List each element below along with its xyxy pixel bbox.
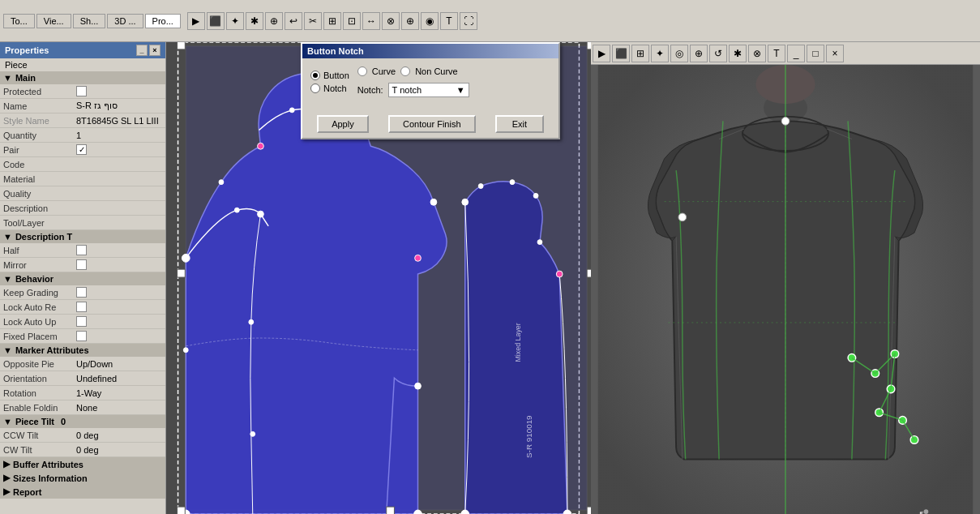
prop-name-label: Name xyxy=(3,101,76,111)
3d-icon-9[interactable]: ⊗ xyxy=(748,45,766,62)
toolbar-icon-stop[interactable]: ⬛ xyxy=(207,12,225,30)
prop-style-name-value: 8T16845G SL L1 LIII xyxy=(76,116,162,126)
section-sizes-expand-icon: ▶ xyxy=(3,473,10,483)
section-piece-tilt-header[interactable]: ▼ Piece Tilt 0 xyxy=(0,415,165,428)
toolbar-icon-8[interactable]: ⊞ xyxy=(323,12,341,30)
prop-lock-auto-up: Lock Auto Up xyxy=(0,315,165,329)
3d-icon-5[interactable]: ◎ xyxy=(670,45,688,62)
tab-3d[interactable]: 3D ... xyxy=(107,14,143,28)
radio-button-circle[interactable] xyxy=(310,71,320,80)
section-report-header[interactable]: ▶ Report xyxy=(0,485,165,499)
3d-icon-2[interactable]: ⬛ xyxy=(612,45,630,62)
prop-quantity: Quantity 1 xyxy=(0,128,165,143)
svg-point-56 xyxy=(910,436,918,444)
svg-point-16 xyxy=(234,208,239,212)
toolbar-icon-13[interactable]: ◉ xyxy=(421,12,439,30)
panel-close-button[interactable]: × xyxy=(149,45,160,56)
prop-ccw-tilt-value[interactable]: 0 deg xyxy=(76,430,162,440)
panel-title-text: Properties xyxy=(5,45,49,55)
panel-minimize-button[interactable]: _ xyxy=(136,45,148,56)
section-description-t-header[interactable]: ▼ Description T xyxy=(0,230,165,243)
apply-button[interactable]: Apply xyxy=(317,115,369,133)
section-main-header[interactable]: ▼ Main xyxy=(0,71,165,84)
section-behavior-header[interactable]: ▼ Behavior xyxy=(0,272,165,285)
prop-half: Half xyxy=(0,243,165,258)
toolbar-icon-play[interactable]: ▶ xyxy=(187,12,205,30)
button-notch-dialog: Button Notch Button Notch xyxy=(301,42,560,139)
prop-fixed-placem-checkbox[interactable] xyxy=(76,331,87,341)
toolbar-icon-9[interactable]: ⊡ xyxy=(343,12,361,30)
prop-lock-auto-up-checkbox[interactable] xyxy=(76,316,87,327)
3d-icon-6[interactable]: ⊕ xyxy=(690,45,708,62)
prop-quantity-value[interactable]: 1 xyxy=(76,131,162,140)
section-main-label: Main xyxy=(15,73,36,83)
toolbar-icon-4[interactable]: ✱ xyxy=(246,12,263,30)
section-sizes-info-header[interactable]: ▶ Sizes Information xyxy=(0,471,165,485)
prop-name-value[interactable]: S-R סוף גז xyxy=(76,101,162,111)
canvas-area[interactable]: S-R 910019 Mixed Layer Button Notch xyxy=(166,42,591,514)
svg-point-14 xyxy=(415,383,422,389)
section-behavior-collapse-icon: ▼ xyxy=(3,274,12,284)
toolbar-icon-10[interactable]: ↔ xyxy=(362,12,380,30)
prop-keep-grading-checkbox[interactable] xyxy=(76,287,87,298)
prop-orientation-value[interactable]: Undefined xyxy=(76,374,162,383)
prop-code: Code xyxy=(0,157,165,172)
prop-half-checkbox[interactable] xyxy=(76,245,87,255)
dialog-radio-button[interactable]: Button xyxy=(310,71,349,80)
prop-ccw-tilt-label: CCW Tilt xyxy=(3,430,76,440)
dialog-overlay: Button Notch Button Notch xyxy=(301,42,560,139)
3d-icon-4[interactable]: ✦ xyxy=(651,45,669,62)
svg-point-10 xyxy=(183,348,188,353)
tab-pro[interactable]: Pro... xyxy=(145,14,181,28)
prop-pair-checkbox[interactable] xyxy=(76,144,87,155)
radio-notch-circle[interactable] xyxy=(310,84,320,93)
prop-mirror-checkbox[interactable] xyxy=(76,259,87,270)
section-report-label: Report xyxy=(13,487,41,497)
toolbar-icon-7[interactable]: ✂ xyxy=(304,12,322,30)
toolbar-icon-5[interactable]: ⊕ xyxy=(265,12,283,30)
toolbar-icon-15[interactable]: ⛶ xyxy=(460,12,477,30)
svg-point-7 xyxy=(415,255,422,261)
3d-icon-1[interactable]: ▶ xyxy=(593,45,610,62)
radio-curve-circle[interactable] xyxy=(357,66,367,76)
3d-icon-7[interactable]: ↺ xyxy=(709,45,727,62)
tab-sh[interactable]: Sh... xyxy=(73,14,106,28)
toolbar-icon-6[interactable]: ↩ xyxy=(285,12,302,30)
svg-rect-32 xyxy=(178,269,186,277)
prop-cw-tilt-value[interactable]: 0 deg xyxy=(76,445,162,455)
svg-text:Mixed Layer: Mixed Layer xyxy=(514,323,522,362)
section-main-collapse-icon: ▼ xyxy=(3,73,12,83)
prop-half-label: Half xyxy=(3,246,76,255)
radio-non-curve-circle[interactable] xyxy=(400,66,410,76)
section-behavior-label: Behavior xyxy=(15,274,53,284)
prop-protected-checkbox[interactable] xyxy=(76,86,87,96)
tab-to[interactable]: To... xyxy=(3,14,35,28)
radio-curve-label: Curve xyxy=(372,66,396,76)
section-buffer-attr-header[interactable]: ▶ Buffer Attributes xyxy=(0,457,165,471)
toolbar-icons: ▶ ⬛ ✦ ✱ ⊕ ↩ ✂ ⊞ ⊡ ↔ ⊗ ⊕ ◉ T ⛶ xyxy=(187,12,977,30)
prop-pair-label: Pair xyxy=(3,145,76,155)
notch-dropdown[interactable]: T notch ▼ xyxy=(388,83,469,97)
section-marker-attr-header[interactable]: ▼ Marker Attributes xyxy=(0,344,165,357)
3d-icon-minimize[interactable]: _ xyxy=(787,45,805,62)
3d-icon-10[interactable]: T xyxy=(768,45,785,62)
prop-enable-folding-value[interactable]: None xyxy=(76,403,162,413)
toolbar-icon-11[interactable]: ⊗ xyxy=(382,12,400,30)
contour-finish-button[interactable]: Contour Finish xyxy=(388,115,476,133)
exit-button[interactable]: Exit xyxy=(495,115,544,133)
3d-icon-maximize[interactable]: □ xyxy=(807,45,824,62)
3d-icon-3[interactable]: ⊞ xyxy=(631,45,649,62)
dialog-radio-notch[interactable]: Notch xyxy=(310,84,349,93)
toolbar-icon-3[interactable]: ✦ xyxy=(226,12,244,30)
tab-vie[interactable]: Vie... xyxy=(36,14,71,28)
svg-point-57 xyxy=(678,213,687,221)
3d-icon-8[interactable]: ✱ xyxy=(729,45,747,62)
svg-point-6 xyxy=(258,211,264,217)
prop-rotation-value[interactable]: 1-Way xyxy=(76,388,162,398)
toolbar-icon-12[interactable]: ⊕ xyxy=(401,12,419,30)
toolbar-icon-14[interactable]: T xyxy=(440,12,458,30)
prop-lock-auto-re-checkbox[interactable] xyxy=(76,302,87,312)
mannequin-canvas[interactable]: ↖ xyxy=(591,65,980,514)
prop-opposite-pie-value[interactable]: Up/Down xyxy=(76,359,162,369)
3d-icon-close[interactable]: × xyxy=(826,45,844,62)
